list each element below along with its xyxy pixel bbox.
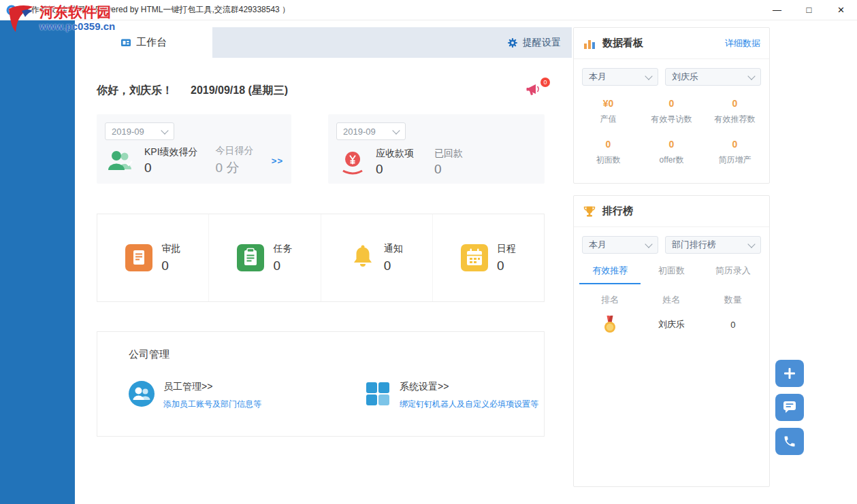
ranking-header: 排行榜	[574, 196, 769, 227]
ranking-month-select[interactable]: 本月	[582, 236, 658, 254]
company-management-box: 公司管理 员工管理>> 添加员工账号及部门信息等 系统设置>> 绑定钉钉机器人及…	[97, 331, 545, 437]
kpi-month-select[interactable]: 2019-09	[105, 122, 174, 140]
receivable-month-select[interactable]: 2019-09	[336, 122, 406, 140]
maximize-button[interactable]: □	[793, 0, 825, 20]
chat-icon	[782, 401, 797, 414]
dashboard-title: 数据看板	[602, 37, 643, 50]
returned-block: 已回款 0	[434, 148, 463, 177]
gear-icon	[507, 37, 518, 48]
titlebar: 工作看板_全猎网 （Powered by HTML一键打包工具,交流群42933…	[0, 0, 857, 20]
tab-strip: 提醒设置	[212, 27, 572, 58]
yen-coin-icon	[338, 149, 368, 176]
today-score-label: 今日得分	[216, 145, 254, 157]
today-score-value: 0 分	[216, 159, 254, 177]
dashboard-month-value: 本月	[589, 71, 607, 83]
dashboard-person-select[interactable]: 刘庆乐	[665, 68, 761, 86]
kpi-month-value: 2019-09	[112, 127, 144, 137]
kpi-people-icon	[106, 148, 136, 175]
system-settings-link[interactable]: 系统设置>> 绑定钉钉机器人及自定义必填项设置等	[365, 381, 538, 410]
today-score-block: 今日得分 0 分	[216, 145, 254, 177]
task-clipboard-icon	[237, 244, 264, 271]
dashboard-month-select[interactable]: 本月	[582, 68, 658, 86]
add-button[interactable]	[775, 360, 804, 387]
company-items: 员工管理>> 添加员工账号及部门信息等 系统设置>> 绑定钉钉机器人及自定义必填…	[129, 381, 538, 410]
quick-item-approval[interactable]: 审批 0	[97, 214, 208, 301]
quick-item-task[interactable]: 任务 0	[208, 214, 320, 301]
column-count: 数量	[702, 294, 764, 306]
receivable-value: 0	[376, 162, 414, 177]
stat-label: 有效寻访数	[640, 114, 703, 125]
approval-doc-icon	[125, 244, 152, 271]
tab-workbench-label: 工作台	[136, 36, 167, 49]
window-title: 工作看板_全猎网 （Powered by HTML一键打包工具,交流群42933…	[23, 4, 290, 16]
left-nav-sidebar	[0, 20, 75, 504]
ranking-month-value: 本月	[589, 239, 607, 251]
company-item-desc: 添加员工账号及部门信息等	[163, 399, 261, 410]
company-title: 公司管理	[129, 348, 169, 361]
kpi-score-block: KPI绩效得分 0	[144, 146, 198, 175]
chevron-down-icon	[392, 127, 400, 134]
stat-label: 初面数	[577, 154, 640, 166]
dashboard-stats-grid: ¥0产值 0有效寻访数 0有效推荐数 0初面数 0offer数 0简历增产	[574, 86, 769, 166]
dashboard-stat: 0初面数	[577, 139, 640, 166]
dashboard-stat: 0offer数	[640, 139, 703, 166]
quick-value: 0	[161, 258, 180, 273]
plus-icon	[783, 367, 796, 380]
window-controls: — □ ×	[761, 0, 857, 20]
call-button[interactable]	[775, 428, 804, 455]
ranking-filters: 本月 部门排行榜	[574, 227, 769, 254]
quick-value: 0	[384, 258, 403, 273]
company-item-title: 系统设置>>	[400, 381, 538, 393]
kpi-row: KPI绩效得分 0 今日得分 0 分 >>	[106, 145, 283, 177]
kpi-more-link[interactable]: >>	[272, 156, 283, 166]
message-button[interactable]	[775, 394, 804, 421]
staff-management-link[interactable]: 员工管理>> 添加员工账号及部门信息等	[129, 381, 261, 410]
data-dashboard-card: 数据看板 详细数据 本月 刘庆乐 ¥0产值 0有效寻访数 0有效推荐数 0初面数…	[573, 27, 770, 184]
quick-label: 审批	[161, 243, 180, 255]
chevron-down-icon	[747, 240, 755, 248]
staff-people-icon	[129, 381, 155, 407]
close-button[interactable]: ×	[825, 0, 857, 20]
reminder-settings-button[interactable]: 提醒设置	[507, 37, 561, 49]
column-name: 姓名	[641, 294, 702, 306]
kpi-score-card: 2019-09 KPI绩效得分 0 今日得分 0 分 >>	[97, 114, 291, 184]
ranking-tab-referral[interactable]: 有效推荐	[579, 265, 641, 284]
minimize-button[interactable]: —	[761, 0, 793, 20]
ranking-card: 排行榜 本月 部门排行榜 有效推荐 初面数 简历录入 排名 姓名 数量	[573, 195, 770, 487]
dashboard-filters: 本月 刘庆乐	[574, 59, 769, 86]
chevron-down-icon	[747, 72, 755, 80]
detail-data-link[interactable]: 详细数据	[725, 37, 760, 50]
stat-value: ¥0	[577, 98, 640, 109]
quick-value: 0	[497, 258, 516, 273]
greeting-row: 你好，刘庆乐！ 2019/09/18 (星期三) 0	[97, 79, 545, 102]
quick-item-schedule[interactable]: 日程 0	[432, 214, 544, 301]
ranking-tab-resume-entry[interactable]: 简历录入	[702, 265, 764, 284]
company-item-title: 员工管理>>	[163, 381, 261, 393]
tab-bar: 工作台 提醒设置	[75, 27, 572, 58]
ranking-tabs: 有效推荐 初面数 简历录入	[574, 265, 769, 284]
quick-value: 0	[273, 258, 292, 273]
table-row: 刘庆乐 0	[574, 306, 769, 333]
returned-value: 0	[434, 162, 463, 177]
ranking-title: 排行榜	[602, 205, 633, 218]
stat-value: 0	[640, 98, 703, 109]
bar-chart-icon	[583, 37, 596, 50]
receivable-row: 应收款项 0 已回款 0	[338, 148, 536, 177]
ranking-scope-select[interactable]: 部门排行榜	[665, 236, 761, 254]
quick-label: 任务	[273, 243, 292, 255]
ranking-tab-first-interview[interactable]: 初面数	[641, 265, 702, 284]
chevron-down-icon	[645, 240, 652, 248]
notification-button[interactable]: 0	[525, 82, 545, 99]
quick-stats-box: 审批 0 任务 0 通知 0 日程 0	[97, 214, 545, 302]
trophy-icon	[583, 205, 596, 218]
kpi-value: 0	[144, 161, 198, 175]
stat-value: 0	[703, 98, 766, 109]
stat-label: 有效推荐数	[703, 114, 766, 125]
floating-buttons	[775, 360, 804, 455]
quick-label: 通知	[384, 243, 403, 255]
quick-item-notice[interactable]: 通知 0	[321, 214, 432, 301]
ranking-table-header: 排名 姓名 数量	[574, 284, 769, 306]
notification-badge: 0	[540, 78, 550, 87]
tab-workbench[interactable]: 工作台	[75, 27, 212, 58]
reminder-settings-label: 提醒设置	[523, 37, 561, 49]
